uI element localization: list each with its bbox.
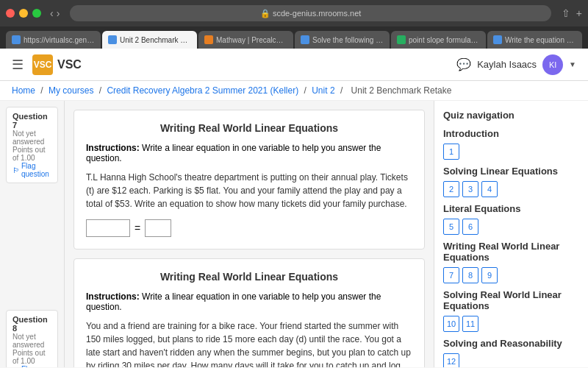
nav-num-4[interactable]: 4 [481, 181, 498, 197]
nav-panel-title: Quiz navigation [443, 110, 579, 121]
address-bar[interactable]: 🔒 scde-genius.mrooms.net [70, 5, 551, 21]
flag-icon-q7: 🏳 [12, 166, 20, 174]
breadcrumb-my-courses[interactable]: My courses [49, 85, 93, 96]
min-btn[interactable] [19, 9, 28, 18]
tab-icon [493, 35, 502, 44]
forward-icon[interactable]: › [57, 7, 60, 19]
nav-num-12[interactable]: 12 [443, 353, 459, 367]
header-right: 💬 Kaylah Isaacs KI ▼ [456, 54, 576, 75]
browser-tab[interactable]: Write the equation of the line gr... [487, 31, 582, 49]
nav-num-1[interactable]: 1 [443, 144, 459, 160]
hamburger-menu[interactable]: ☰ [12, 57, 24, 73]
q8-points: Points out of 1.00 [12, 349, 51, 365]
browser-tab[interactable]: Mathway | Precalculus Problem... [198, 31, 293, 49]
breadcrumb-sep2: / [99, 85, 104, 96]
nav-num-5[interactable]: 5 [443, 219, 459, 235]
q8-sidebar-block: Question 8 Not yet answered Points out o… [6, 310, 58, 367]
nav-numbers-intro: 1 [443, 144, 579, 160]
breadcrumb: Home / My courses / Credit Recovery Alge… [0, 81, 588, 101]
tab-icon [397, 35, 406, 44]
nav-numbers-solving-linear: 2 3 4 [443, 181, 579, 197]
nav-num-7[interactable]: 7 [443, 267, 459, 283]
breadcrumb-course[interactable]: Credit Recovery Algebra 2 Summer 2021 (K… [107, 85, 298, 96]
share-icon[interactable]: ⇧ [562, 7, 570, 19]
breadcrumb-unit[interactable]: Unit 2 [312, 85, 334, 96]
q7-card-title: Writing Real World Linear Equations [86, 122, 412, 134]
nav-num-8[interactable]: 8 [462, 267, 478, 283]
q7-answer-row: = [86, 219, 412, 237]
browser-tab[interactable]: point slope formula - Google Se... [391, 31, 486, 49]
lock-icon: 🔒 [260, 9, 270, 18]
browser-tab[interactable]: Solve the following equation for... [295, 31, 390, 49]
breadcrumb-current: Unit 2 Benchmark Retake [351, 85, 452, 96]
nav-numbers-literal: 5 6 [443, 219, 579, 235]
browser-nav: ‹ › [50, 7, 60, 19]
logo: VSC VSC [32, 54, 82, 75]
q8-body: You and a friend are training for a bike… [86, 319, 412, 367]
q7-card: Writing Real World Linear Equations Inst… [74, 110, 425, 250]
logo-icon: VSC [32, 54, 53, 75]
question-sidebar: Question 7 Not yet answered Points out o… [0, 101, 65, 367]
browser-chrome: ‹ › 🔒 scde-genius.mrooms.net ⇧ + [0, 0, 588, 26]
back-icon[interactable]: ‹ [50, 7, 54, 19]
q8-flag[interactable]: 🏳 Flag question [12, 365, 51, 367]
q8-status: Not yet answered [12, 333, 51, 349]
q8-card-title: Writing Real World Linear Equations [86, 271, 412, 283]
q7-equals: = [135, 222, 140, 234]
breadcrumb-home[interactable]: Home [12, 85, 35, 96]
q7-flag[interactable]: 🏳 Flag question [12, 162, 51, 178]
q7-status: Not yet answered [12, 130, 51, 146]
q7-answer-input-right[interactable] [145, 219, 171, 237]
nav-section-solving-linear: Solving Linear Equations [443, 166, 579, 177]
tab-icon [301, 35, 309, 44]
nav-num-6[interactable]: 6 [462, 219, 478, 235]
tab-icon [204, 35, 213, 44]
nav-section-reasonability: Solving and Reasonability [443, 338, 579, 349]
nav-numbers-writing: 7 8 9 [443, 267, 579, 283]
user-avatar: KI [542, 54, 563, 75]
q7-sidebar-block: Question 7 Not yet answered Points out o… [6, 107, 58, 183]
nav-num-10[interactable]: 10 [443, 316, 459, 332]
nav-section-literal: Literal Equations [443, 203, 579, 214]
nav-section-writing-real-world: Writing Real World Linear Equations [443, 241, 579, 263]
nav-num-2[interactable]: 2 [443, 181, 459, 197]
q7-number: Question 7 [12, 112, 51, 130]
tab-icon [12, 35, 21, 44]
nav-num-11[interactable]: 11 [462, 316, 478, 332]
breadcrumb-sep4: / [340, 85, 345, 96]
nav-numbers-reasonability: 12 [443, 353, 579, 367]
breadcrumb-sep1: / [40, 85, 46, 96]
new-tab-icon[interactable]: + [576, 7, 582, 19]
chat-icon[interactable]: 💬 [456, 57, 471, 71]
nav-num-9[interactable]: 9 [481, 267, 498, 283]
nav-panel: Quiz navigation Introduction 1 Solving L… [434, 101, 588, 367]
q8-number: Question 8 [12, 315, 51, 333]
user-name: Kaylah Isaacs [477, 59, 537, 70]
max-btn[interactable] [32, 9, 41, 18]
logo-text: VSC [57, 58, 82, 71]
q8-card: Writing Real World Linear Equations Inst… [74, 258, 425, 367]
tab-icon [108, 35, 117, 44]
breadcrumb-sep3: / [304, 85, 309, 96]
q8-instructions: Instructions: Write a linear equation in… [86, 291, 412, 312]
close-btn[interactable] [6, 9, 15, 18]
q7-body: T.L Hanna High School's theatre departme… [86, 171, 412, 210]
browser-tab[interactable]: Unit 2 Benchmark Retake (page... [102, 31, 197, 49]
app-header: ☰ VSC VSC 💬 Kaylah Isaacs KI ▼ [0, 49, 588, 81]
browser-tabs: https://virtualsc.geniusis.co...Unit 2 B… [0, 26, 588, 49]
nav-section-introduction: Introduction [443, 128, 579, 139]
main-content: Question 7 Not yet answered Points out o… [0, 101, 588, 367]
browser-actions: ⇧ + [562, 7, 582, 19]
q7-instructions: Instructions: Write a linear equation in… [86, 143, 412, 163]
content-area: Writing Real World Linear Equations Inst… [65, 101, 434, 367]
browser-tab[interactable]: https://virtualsc.geniusis.co... [6, 31, 101, 49]
nav-numbers-solving-real-world: 10 11 [443, 316, 579, 332]
q7-points: Points out of 1.00 [12, 146, 51, 162]
nav-section-solving-real-world: Solving Real World Linear Equations [443, 289, 579, 311]
q7-answer-input-left[interactable] [86, 219, 130, 237]
nav-num-3[interactable]: 3 [462, 181, 478, 197]
chevron-down-icon[interactable]: ▼ [569, 60, 576, 68]
